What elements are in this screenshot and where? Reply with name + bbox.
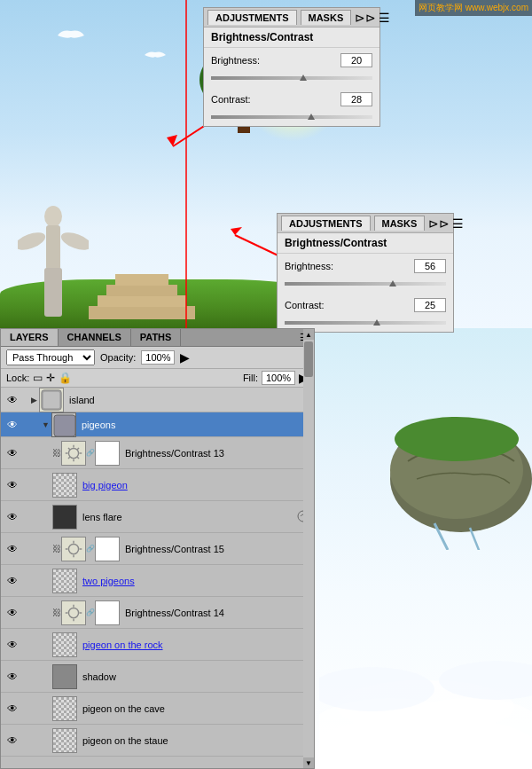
link-mask-bc15: 🔗 xyxy=(86,545,95,553)
adj-panel-2-contrast-slider[interactable] xyxy=(285,321,446,325)
layer-item-bc14[interactable]: 👁 ⛓ 🔗 Brightness/Contrast 14 xyxy=(1,597,314,629)
layer-item-shadow[interactable]: 👁 shadow xyxy=(1,661,314,693)
right-scene xyxy=(315,328,532,769)
lock-move-icon[interactable]: ✛ xyxy=(46,372,55,384)
layer-item-bc15[interactable]: 👁 ⛓ 🔗 Brightness/Contrast 15 xyxy=(1,533,314,565)
layer-item-pigeonstaue[interactable]: 👁 pigeon on the staue xyxy=(1,725,314,757)
layers-toolbar: Pass Through Opacity: ▶ xyxy=(1,347,314,369)
adj-panel-1-contrast-thumb xyxy=(308,114,315,120)
svg-rect-12 xyxy=(44,268,62,317)
panel-2-collapse-icon[interactable]: ⊳⊳ xyxy=(428,216,450,231)
dove-svg-2 xyxy=(142,49,168,62)
svg-point-11 xyxy=(59,229,89,253)
adj-panel-1-header: ADJUSTMENTS MASKS ⊳⊳ ☰ xyxy=(204,8,379,27)
layer-item-pigeons[interactable]: 👁 ▼ pigeons xyxy=(1,412,314,437)
layers-tabs-bar: LAYERS CHANNELS PATHS ☰ xyxy=(1,329,314,347)
thumb-pigeonstaue xyxy=(52,728,77,753)
blend-mode-select[interactable]: Pass Through xyxy=(6,349,95,365)
opacity-arrow[interactable]: ▶ xyxy=(180,350,190,365)
adj-panel-2-header: ADJUSTMENTS MASKS ⊳⊳ ☰ xyxy=(278,214,453,233)
layers-list[interactable]: 👁 ▶ island 👁 ▼ pigeons xyxy=(1,388,314,768)
eye-lensflare[interactable]: 👁 xyxy=(4,509,20,525)
link-mask-bc14: 🔗 xyxy=(86,608,95,616)
eye-bc14[interactable]: 👁 xyxy=(4,605,20,621)
thumb-lensflare xyxy=(52,505,77,530)
tab-paths[interactable]: PATHS xyxy=(131,329,182,346)
tab-layers[interactable]: LAYERS xyxy=(1,329,59,346)
thumb-bc14 xyxy=(61,600,86,625)
svg-point-10 xyxy=(18,229,48,253)
steps-svg xyxy=(89,266,195,319)
adj-panel-2-brightness-row: Brightness: xyxy=(278,254,453,279)
panel-1-collapse-icon[interactable]: ⊳⊳ xyxy=(355,11,376,25)
eye-bc15[interactable]: 👁 xyxy=(4,541,20,557)
fill-label: Fill: xyxy=(243,373,258,383)
svg-rect-7 xyxy=(115,274,168,286)
adj-panel-1-brightness-label: Brightness: xyxy=(211,55,260,66)
adj-panel-1-brightness-slider[interactable] xyxy=(211,76,372,80)
adj-panel-1-title: Brightness/Contrast xyxy=(204,27,379,48)
eye-pigeonrock[interactable]: 👁 xyxy=(4,637,20,653)
eye-bigpigeon[interactable]: 👁 xyxy=(4,477,20,493)
thumb-pigeoncave xyxy=(52,696,77,721)
opacity-input[interactable] xyxy=(141,350,175,365)
scroll-down-btn[interactable]: ▼ xyxy=(303,757,314,768)
svg-line-38 xyxy=(68,457,70,459)
layer-name-pigeonstaue: pigeon on the staue xyxy=(82,735,168,746)
layer-item-bc13[interactable]: 👁 ⛓ xyxy=(1,437,314,469)
group-triangle-pigeons[interactable]: ▼ xyxy=(42,420,50,429)
panel-2-menu-icon[interactable]: ☰ xyxy=(452,216,464,231)
eye-shadow[interactable]: 👁 xyxy=(4,669,20,685)
thumb-shadow xyxy=(52,664,77,689)
eye-pigeonstaue[interactable]: 👁 xyxy=(4,733,20,749)
adj-tab-2-adjustments[interactable]: ADJUSTMENTS xyxy=(281,216,371,231)
adj-tab-1-adjustments[interactable]: ADJUSTMENTS xyxy=(207,10,297,25)
adj-panel-1-contrast-slider[interactable] xyxy=(211,115,372,119)
adj-panel-1-contrast-label: Contrast: xyxy=(211,94,251,105)
layer-item-pigeonrock[interactable]: 👁 pigeon on the rock xyxy=(1,629,314,661)
svg-rect-4 xyxy=(89,306,195,319)
layer-name-bc15: Brightness/Contrast 15 xyxy=(125,544,224,554)
eye-pigeons[interactable]: 👁 xyxy=(4,417,20,433)
adj-tab-1-masks[interactable]: MASKS xyxy=(301,10,352,25)
lock-all-icon[interactable]: 🔒 xyxy=(59,372,72,384)
adj-panel-2-contrast-input[interactable] xyxy=(414,298,446,312)
scroll-track[interactable] xyxy=(303,388,314,757)
adj-panel-1-contrast-input[interactable] xyxy=(340,92,372,106)
layer-item-bigpigeon[interactable]: 👁 big pigeon xyxy=(1,469,314,501)
layer-item-island[interactable]: 👁 ▶ island xyxy=(1,388,314,412)
mask-bc15 xyxy=(95,537,120,561)
eye-bc13[interactable]: 👁 xyxy=(4,445,20,461)
layers-scrollbar[interactable]: ▲ ▼ xyxy=(303,388,314,768)
svg-rect-6 xyxy=(106,285,177,296)
layer-name-island: island xyxy=(69,395,95,405)
layers-panel: LAYERS CHANNELS PATHS ☰ Pass Through Opa… xyxy=(0,328,315,769)
adjustment-panel-1: ADJUSTMENTS MASKS ⊳⊳ ☰ Brightness/Contra… xyxy=(203,7,380,127)
layer-item-pigeoncave[interactable]: 👁 pigeon on the cave xyxy=(1,693,314,725)
adj-tab-2-masks[interactable]: MASKS xyxy=(374,216,426,231)
panel-1-menu-icon[interactable]: ☰ xyxy=(379,11,390,25)
dove-svg-1 xyxy=(53,27,89,44)
group-triangle-island[interactable]: ▶ xyxy=(31,396,37,404)
layer-item-lensflare[interactable]: 👁 lens flare xyxy=(1,501,314,533)
eye-twopigeons[interactable]: 👁 xyxy=(4,573,20,589)
thumb-bigpigeon xyxy=(52,473,77,498)
layer-item-twopigeons[interactable]: 👁 two pigeons xyxy=(1,565,314,597)
eye-pigeoncave[interactable]: 👁 xyxy=(4,701,20,717)
fill-input[interactable] xyxy=(262,371,295,385)
adj-panel-2-brightness-input[interactable] xyxy=(414,259,446,273)
adj-panel-1-brightness-input[interactable] xyxy=(340,53,372,67)
adj-panel-2-title: Brightness/Contrast xyxy=(278,233,453,254)
adj-panel-2-brightness-slider[interactable] xyxy=(285,282,446,286)
svg-line-36 xyxy=(77,457,79,459)
layer-name-shadow: shadow xyxy=(82,671,116,682)
svg-point-20 xyxy=(395,417,519,461)
lock-label: Lock: xyxy=(6,373,29,383)
layer-name-pigeoncave: pigeon on the cave xyxy=(82,703,165,714)
thumb-pigeonrock xyxy=(52,632,77,657)
svg-rect-9 xyxy=(46,225,60,270)
svg-rect-29 xyxy=(54,415,75,436)
tab-channels[interactable]: CHANNELS xyxy=(59,329,131,346)
lock-pixels-icon[interactable]: ▭ xyxy=(33,372,43,384)
eye-island[interactable]: 👁 xyxy=(4,392,20,408)
